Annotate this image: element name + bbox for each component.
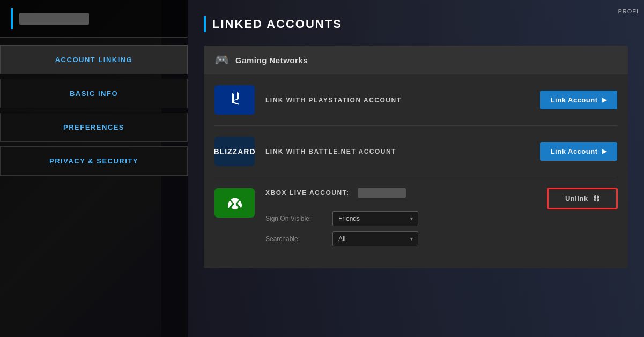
xbox-username-bar xyxy=(358,188,406,198)
playstation-logo xyxy=(214,85,255,115)
searchable-select[interactable]: All Friends No One xyxy=(332,231,418,246)
sign-on-visible-wrapper: Friends Everyone No One xyxy=(332,211,418,226)
xbox-icon xyxy=(224,192,246,214)
xbox-account-info: XBOX LIVE ACCOUNT: Sign On Visible: Frie… xyxy=(265,188,537,258)
xbox-logo xyxy=(214,188,255,218)
user-bar xyxy=(11,8,89,29)
username-placeholder xyxy=(19,13,89,25)
playstation-account-label: LINK WITH PLAYSTATION ACCOUNT xyxy=(265,96,529,104)
page-title: LINKED ACCOUNTS xyxy=(212,17,342,31)
battlenet-link-button[interactable]: Link Account ▶ xyxy=(540,142,617,161)
searchable-row: Searchable: All Friends No One xyxy=(265,229,537,249)
main-layout: ACCOUNT LINKING BASIC INFO PREFERENCES P… xyxy=(0,0,644,337)
battlenet-account-label: LINK WITH BATTLE.NET ACCOUNT xyxy=(265,148,529,155)
link-arrow-icon: ▶ xyxy=(602,96,607,103)
playstation-row: LINK WITH PLAYSTATION ACCOUNT Link Accou… xyxy=(214,74,617,126)
sidebar-header xyxy=(0,0,188,38)
blizzard-text-icon: BLIZZARD xyxy=(214,147,255,156)
profile-corner-label: PROFI xyxy=(618,8,644,14)
linked-accounts-card: 🎮 Gaming Networks LINK WITH xyxy=(204,46,628,268)
searchable-wrapper: All Friends No One xyxy=(332,231,418,246)
sidebar-item-preferences[interactable]: PREFERENCES xyxy=(0,113,188,142)
battlenet-link-arrow-icon: ▶ xyxy=(602,148,607,155)
sign-on-visible-row: Sign On Visible: Friends Everyone No One xyxy=(265,208,537,229)
xbox-unlink-button[interactable]: Unlink ⛓ xyxy=(547,188,617,209)
playstation-link-button[interactable]: Link Account ▶ xyxy=(540,91,617,109)
sidebar-item-basic-info[interactable]: BASIC INFO xyxy=(0,79,188,108)
sign-on-visible-label: Sign On Visible: xyxy=(265,215,324,222)
battlenet-row: BLIZZARD LINK WITH BATTLE.NET ACCOUNT Li… xyxy=(214,126,617,177)
card-header-title: Gaming Networks xyxy=(235,56,308,65)
card-header: 🎮 Gaming Networks xyxy=(204,46,628,74)
playstation-icon xyxy=(225,88,245,112)
sidebar: ACCOUNT LINKING BASIC INFO PREFERENCES P… xyxy=(0,0,188,337)
xbox-row: XBOX LIVE ACCOUNT: Sign On Visible: Frie… xyxy=(214,177,617,268)
page-title-accent xyxy=(204,16,206,32)
sign-on-visible-select[interactable]: Friends Everyone No One xyxy=(332,211,418,226)
xbox-account-label: XBOX LIVE ACCOUNT: xyxy=(265,189,350,197)
nav-items: ACCOUNT LINKING BASIC INFO PREFERENCES P… xyxy=(0,38,188,178)
sidebar-item-account-linking[interactable]: ACCOUNT LINKING xyxy=(0,45,188,74)
xbox-extra-fields: Sign On Visible: Friends Everyone No One xyxy=(265,202,537,258)
searchable-label: Searchable: xyxy=(265,235,324,243)
user-bar-indicator xyxy=(11,8,13,29)
main-content: PROFI LINKED ACCOUNTS 🎮 Gaming Networks xyxy=(188,0,644,337)
unlink-chain-icon: ⛓ xyxy=(593,194,600,203)
blizzard-logo: BLIZZARD xyxy=(214,137,255,166)
sidebar-item-privacy-security[interactable]: PRIVACY & SECURITY xyxy=(0,146,188,176)
xbox-account-label-row: XBOX LIVE ACCOUNT: xyxy=(265,188,537,198)
card-body: LINK WITH PLAYSTATION ACCOUNT Link Accou… xyxy=(204,74,628,268)
page-title-wrapper: LINKED ACCOUNTS xyxy=(204,16,628,32)
controller-icon: 🎮 xyxy=(214,53,229,67)
